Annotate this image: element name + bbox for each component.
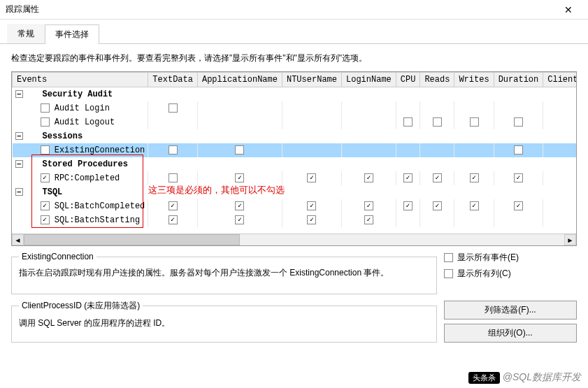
group-row[interactable]: −Stored Procedures — [13, 157, 578, 171]
column-cell[interactable] — [396, 101, 420, 115]
cell-checkbox[interactable] — [307, 201, 316, 210]
cell-checkbox[interactable] — [433, 201, 442, 210]
event-checkbox[interactable] — [41, 117, 50, 127]
column-cell[interactable] — [148, 143, 198, 157]
column-header[interactable]: Duration — [494, 73, 543, 87]
cell-checkbox[interactable] — [235, 173, 244, 182]
event-row[interactable]: SQL:BatchStarting — [13, 213, 578, 227]
cell-checkbox[interactable] — [235, 215, 244, 224]
column-cell[interactable] — [494, 199, 543, 213]
scroll-thumb[interactable] — [24, 234, 240, 245]
column-cell[interactable] — [454, 199, 494, 213]
column-cell[interactable] — [543, 213, 577, 227]
collapse-icon[interactable]: − — [15, 90, 23, 98]
event-name-cell[interactable]: SQL:BatchStarting — [13, 213, 148, 227]
group-row[interactable]: −Sessions — [13, 129, 578, 143]
column-cell[interactable] — [396, 213, 420, 227]
cell-checkbox[interactable] — [470, 201, 479, 210]
column-header[interactable]: Reads — [420, 73, 454, 87]
cell-checkbox[interactable] — [235, 145, 244, 155]
column-header[interactable]: ClientProcessID — [543, 73, 577, 87]
column-cell[interactable] — [454, 213, 494, 227]
event-checkbox[interactable] — [41, 103, 50, 113]
column-header[interactable]: NTUserName — [282, 73, 341, 87]
column-cell[interactable] — [494, 213, 543, 227]
cell-checkbox[interactable] — [514, 145, 523, 155]
event-name-cell[interactable]: Audit Login — [13, 101, 148, 115]
cell-checkbox[interactable] — [470, 117, 479, 127]
show-all-columns-checkbox[interactable]: 显示所有列(C) — [444, 268, 577, 280]
column-cell[interactable] — [341, 143, 396, 157]
cell-checkbox[interactable] — [168, 103, 178, 113]
event-checkbox[interactable] — [41, 215, 50, 224]
cell-checkbox[interactable] — [307, 215, 316, 224]
scroll-right-icon[interactable]: ► — [564, 234, 576, 245]
cell-checkbox[interactable] — [433, 117, 442, 127]
column-cell[interactable] — [396, 171, 420, 185]
column-cell[interactable] — [420, 115, 454, 129]
column-cell[interactable] — [197, 115, 282, 129]
column-cell[interactable] — [494, 115, 543, 129]
column-cell[interactable] — [543, 115, 577, 129]
column-cell[interactable] — [494, 143, 543, 157]
collapse-icon[interactable]: − — [15, 188, 23, 196]
column-cell[interactable] — [282, 199, 341, 213]
column-cell[interactable] — [341, 213, 396, 227]
cell-checkbox[interactable] — [364, 201, 373, 210]
column-cell[interactable] — [341, 171, 396, 185]
column-cell[interactable] — [197, 213, 282, 227]
column-cell[interactable] — [148, 101, 198, 115]
column-filter-button[interactable]: 列筛选器(F)... — [444, 301, 577, 319]
column-cell[interactable] — [454, 171, 494, 185]
column-cell[interactable] — [543, 171, 577, 185]
cell-checkbox[interactable] — [403, 117, 413, 127]
column-cell[interactable] — [396, 143, 420, 157]
group-row[interactable]: −Security Audit — [13, 87, 578, 101]
checkbox-icon[interactable] — [444, 269, 453, 278]
cell-checkbox[interactable] — [235, 201, 244, 210]
event-checkbox[interactable] — [41, 201, 50, 210]
event-row[interactable]: Audit Logout — [13, 115, 578, 129]
cell-checkbox[interactable] — [168, 215, 178, 224]
event-checkbox[interactable] — [41, 173, 50, 182]
column-header[interactable]: TextData — [148, 73, 198, 87]
column-cell[interactable] — [543, 143, 577, 157]
event-row[interactable]: ExistingConnection — [13, 143, 578, 157]
event-name-cell[interactable]: RPC:Completed — [13, 171, 148, 185]
column-cell[interactable] — [420, 101, 454, 115]
close-icon[interactable]: ✕ — [554, 4, 582, 15]
column-cell[interactable] — [543, 101, 577, 115]
column-cell[interactable] — [396, 115, 420, 129]
column-cell[interactable] — [282, 213, 341, 227]
column-cell[interactable] — [341, 199, 396, 213]
column-cell[interactable] — [494, 171, 543, 185]
cell-checkbox[interactable] — [364, 215, 373, 224]
column-cell[interactable] — [197, 101, 282, 115]
organize-columns-button[interactable]: 组织列(O)... — [444, 324, 577, 343]
show-all-events-checkbox[interactable]: 显示所有事件(E) — [444, 252, 577, 264]
event-name-cell[interactable]: SQL:BatchCompleted — [13, 199, 148, 213]
horizontal-scrollbar[interactable]: ◄ ► — [12, 233, 576, 245]
column-cell[interactable] — [454, 143, 494, 157]
cell-checkbox[interactable] — [514, 201, 523, 210]
group-row[interactable]: −TSQL — [13, 185, 578, 199]
column-cell[interactable] — [543, 199, 577, 213]
cell-checkbox[interactable] — [364, 173, 373, 182]
column-cell[interactable] — [282, 171, 341, 185]
cell-checkbox[interactable] — [403, 201, 413, 210]
cell-checkbox[interactable] — [514, 117, 523, 127]
column-cell[interactable] — [197, 199, 282, 213]
column-cell[interactable] — [341, 115, 396, 129]
column-cell[interactable] — [282, 115, 341, 129]
tab-events[interactable]: 事件选择 — [45, 24, 99, 44]
column-cell[interactable] — [148, 171, 198, 185]
event-row[interactable]: SQL:BatchCompleted — [13, 199, 578, 213]
cell-checkbox[interactable] — [168, 145, 178, 155]
column-cell[interactable] — [396, 199, 420, 213]
column-cell[interactable] — [420, 199, 454, 213]
checkbox-icon[interactable] — [444, 253, 453, 262]
column-cell[interactable] — [148, 115, 198, 129]
cell-checkbox[interactable] — [168, 173, 178, 182]
cell-checkbox[interactable] — [403, 173, 413, 182]
cell-checkbox[interactable] — [470, 173, 479, 182]
